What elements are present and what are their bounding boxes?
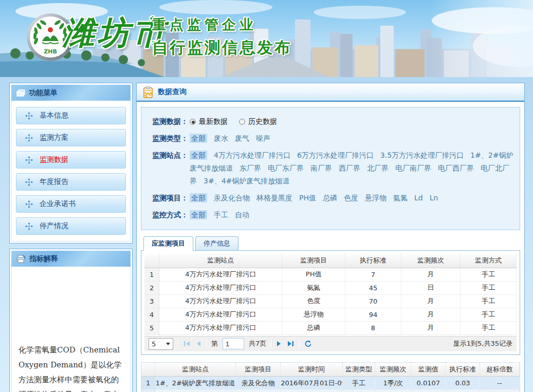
table-cell: 4万方污水处理厂排污口 — [159, 281, 282, 294]
radio-button-icon — [239, 119, 245, 125]
filter-option-link[interactable]: 东厂界 — [240, 164, 261, 172]
filter-option-link[interactable]: 全部 — [190, 134, 207, 143]
filter-option-link[interactable]: 3.5万方污水处理厂排污口 — [380, 151, 464, 159]
page-size-select[interactable]: 5 — [149, 338, 173, 350]
filter-option-link[interactable]: 氨氮 — [393, 194, 408, 202]
filter-option-link[interactable]: 总磷 — [323, 194, 337, 202]
filter-option-link[interactable]: 废水 — [214, 134, 228, 142]
prev-page-button[interactable] — [195, 340, 201, 347]
monitoring-values-grid: 监测站点监测项目监测时间监测类型监测频次监测值执行标准超标倍数11#、2#锅炉废… — [141, 362, 520, 392]
next-page-button[interactable] — [276, 340, 282, 347]
tab-1[interactable]: 应监测项目 — [143, 236, 193, 251]
column-header: 监测站点 — [159, 254, 282, 268]
column-header — [141, 363, 155, 377]
move-arrows-icon — [25, 112, 33, 120]
filter-option-link[interactable]: 汞及化合物 — [214, 194, 250, 202]
page-number-input[interactable] — [223, 338, 244, 349]
first-page-button[interactable] — [183, 340, 191, 347]
table-cell: 2016年07月01日-09 — [281, 390, 342, 392]
table-row[interactable]: 11#、2#锅炉废气排放烟道汞及化合物2016年07月01日-09手工1季/次0… — [141, 377, 520, 390]
table-cell: 70 — [345, 294, 401, 308]
tab-2[interactable]: 停产信息 — [195, 236, 238, 251]
column-header: 监测方式 — [461, 254, 517, 268]
filter-option-link[interactable]: PH值 — [299, 194, 316, 202]
table-cell: 4万方污水处理厂排污口 — [159, 268, 282, 281]
table-cell: 1 — [411, 390, 446, 392]
filter-option-link[interactable]: 林格曼黑度 — [256, 194, 292, 202]
column-header: 监测频次 — [375, 363, 411, 377]
last-page-button[interactable] — [287, 340, 295, 347]
filter-row-3: 监测站点：全部4万方污水处理厂排污口6万方污水处理厂排污口3.5万方污水处理厂排… — [145, 149, 516, 188]
row-number: 1 — [141, 377, 155, 390]
filter-option-link[interactable]: 噪声 — [256, 134, 270, 142]
sidebar-item-5[interactable]: 企业承诺书 — [16, 195, 126, 213]
filter-option-link[interactable]: 全部 — [190, 193, 207, 202]
clipboard-icon — [143, 86, 153, 98]
site-subtitle-2: 自行监测信息发布 — [152, 37, 292, 59]
sidebar-item-label: 监测数据 — [40, 155, 68, 164]
radio-button-icon — [190, 119, 196, 125]
filter-option-link[interactable]: 电厂南厂界 — [395, 164, 431, 172]
filter-option-link[interactable]: 自动 — [235, 211, 249, 219]
filter-option-link[interactable]: 手工 — [214, 211, 228, 219]
filter-row-2: 监测类型：全部废水废气噪声 — [145, 132, 516, 145]
table-row[interactable]: 34万方污水处理厂排污口色度70月手工 — [144, 294, 517, 308]
row-number: 3 — [144, 294, 159, 308]
row-number: 5 — [144, 321, 159, 334]
column-header: 监测项目 — [236, 363, 281, 377]
site-subtitle-1: 重点监管企业 — [152, 15, 292, 34]
table-cell: 日 — [401, 281, 461, 294]
table-row[interactable]: 14万方污水处理厂排污口PH值7月手工 — [144, 268, 517, 281]
filter-option-link[interactable]: 4万方污水处理厂排污口 — [214, 151, 290, 159]
filter-option-link[interactable]: 6万方污水处理厂排污口 — [297, 151, 374, 159]
filter-option-link[interactable]: 电厂东厂界 — [268, 164, 304, 172]
data-query-header: 数据查询 — [137, 83, 524, 102]
filter-option-link[interactable]: 西厂界 — [339, 164, 360, 172]
filter-option-link[interactable]: 全部 — [190, 151, 207, 160]
table-row[interactable]: 21#、2#锅炉废气排放烟道林格曼黑度2016年07月01日-09手工1季/次1… — [141, 390, 520, 392]
filter-options: 全部4万方污水处理厂排污口6万方污水处理厂排污口3.5万方污水处理厂排污口1#、… — [190, 149, 516, 188]
refresh-button[interactable] — [304, 340, 312, 348]
filter-option-link[interactable]: 全部 — [190, 210, 207, 219]
table-cell: 手工 — [342, 390, 375, 392]
sidebar-item-6[interactable]: 停产情况 — [16, 217, 126, 235]
filter-options: 全部废水废气噪声 — [190, 132, 516, 145]
move-arrows-icon — [25, 134, 33, 142]
filter-option-link[interactable]: 3#、4#锅炉废气排放烟道 — [204, 177, 289, 185]
filter-option-link[interactable]: 色度 — [344, 194, 358, 202]
filter-option-link[interactable]: 电厂西厂界 — [438, 164, 474, 172]
table-cell: 月 — [401, 308, 461, 321]
prev-page-icon — [195, 340, 201, 347]
filter-option-link[interactable]: Ld — [414, 194, 423, 202]
column-header: 监测项目 — [282, 254, 345, 268]
filter-label: 监测站点： — [145, 149, 190, 188]
filter-option-link[interactable]: Ln — [430, 194, 438, 202]
table-cell: 手工 — [461, 268, 517, 281]
filter-label: 监测项目： — [145, 192, 190, 204]
indicator-panel: 指标解释 化学需氧量COD（Chemical Oxygen Demand）是以化… — [9, 249, 133, 392]
move-arrows-icon — [25, 178, 33, 186]
filter-option-link[interactable]: 北厂界 — [367, 164, 389, 172]
radio-option[interactable]: 最新数据 — [190, 117, 228, 125]
filter-option-link[interactable]: 废气 — [235, 134, 249, 142]
table-row[interactable]: 54万方污水处理厂排污口总磷8月手工 — [144, 321, 517, 334]
radio-option[interactable]: 历史数据 — [239, 117, 277, 125]
filter-option-link[interactable]: 南厂界 — [310, 164, 332, 172]
filter-row-1: 监测数据：最新数据历史数据 — [145, 115, 516, 128]
sidebar-item-4[interactable]: 年度报告 — [16, 173, 126, 191]
filter-option-link[interactable]: 悬浮物 — [365, 194, 387, 202]
table-row[interactable]: 44万方污水处理厂排污口悬浮物94月手工 — [144, 308, 517, 321]
function-menu-header: 功能菜单 — [11, 85, 131, 101]
sidebar-item-2[interactable]: 监测方案 — [16, 129, 126, 146]
sidebar-item-3[interactable]: 监测数据 — [16, 151, 126, 169]
table-cell: 1季/次 — [375, 377, 411, 390]
table-cell: 8 — [345, 321, 401, 334]
sidebar-item-1[interactable]: 基本信息 — [16, 107, 126, 124]
row-number: 4 — [144, 308, 159, 321]
table-cell: 4万方污水处理厂排污口 — [159, 308, 282, 321]
function-menu-panel: 功能菜单 基本信息监测方案监测数据年度报告企业承诺书停产情况 — [9, 83, 133, 244]
column-header: 监测站点 — [155, 363, 236, 377]
table-row[interactable]: 24万方污水处理厂排污口氨氮45日手工 — [144, 281, 517, 294]
filter-label: 监控方式： — [145, 209, 190, 221]
table-cell: 2016年07月01日-09 — [281, 377, 342, 390]
